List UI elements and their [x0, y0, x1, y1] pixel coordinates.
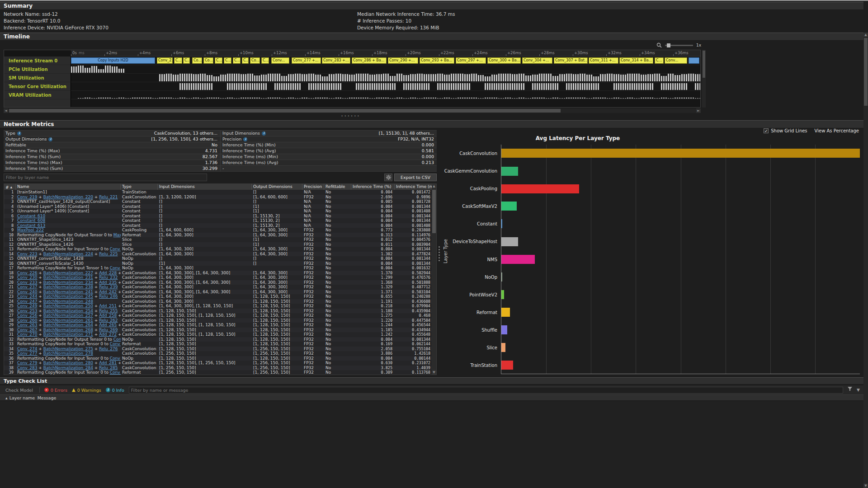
layer-link[interactable]: BatchNormalization_275	[43, 347, 93, 351]
layer-link[interactable]: Conv_270	[17, 332, 38, 337]
timeline-segment[interactable]: C...	[233, 57, 241, 64]
timeline-vertical-scrollbar[interactable]	[702, 50, 706, 108]
layer-link[interactable]: BatchNormalization_271	[43, 332, 93, 337]
layer-link[interactable]: Add_251	[99, 304, 117, 308]
layer-link[interactable]: Add_242	[99, 290, 117, 294]
timeline-row-label[interactable]: PCIe Utilization	[4, 65, 71, 74]
timeline-segment[interactable]: Conv_300 + Ba...	[487, 57, 521, 64]
layer-link[interactable]: BatchNormalization_245	[43, 294, 93, 299]
layer-link[interactable]: BatchNormalization_264	[43, 323, 93, 327]
scrollbar-thumb[interactable]	[432, 190, 436, 233]
layer-link[interactable]: BatchNormalization_254	[43, 309, 93, 313]
layer-link[interactable]: Conv_286	[110, 370, 121, 375]
layer-link[interactable]: Relu_269	[99, 328, 118, 332]
layer-link[interactable]: Conv_253	[17, 309, 38, 313]
layer-link[interactable]: Conv_279	[110, 356, 121, 361]
timeline-horizontal-scrollbar[interactable]: ◄ ►	[4, 108, 701, 113]
timeline-segment[interactable]: Conv_277 +...	[292, 57, 321, 64]
layer-link[interactable]: Conv_274	[17, 347, 38, 351]
table-row[interactable]: 17Reformatting CopyNode for Input Tensor…	[4, 266, 432, 271]
table-row[interactable]: 18Conv_226 + BatchNormalization_227 + Ad…	[4, 271, 432, 276]
table-row[interactable]: 25Conv_249 + BatchNormalization_250 + Ad…	[4, 304, 432, 309]
timeline-segment[interactable]: Conv_311 +...	[589, 57, 618, 64]
layer-link[interactable]: Constant_613	[17, 223, 45, 228]
view-as-percentage-button[interactable]: View As Percentage	[815, 128, 859, 133]
layer-link[interactable]: Conv_247	[17, 299, 38, 304]
layer-link[interactable]: Relu_246	[99, 294, 118, 299]
layer-link[interactable]: Add_272	[99, 332, 117, 337]
layer-link[interactable]: MaxPoo...	[113, 233, 121, 237]
info-badge[interactable]: i0 Info	[106, 388, 124, 393]
layer-link[interactable]: Conv_223	[17, 252, 38, 256]
timeline-segment[interactable]: Copy Inputs H2D	[71, 57, 155, 64]
table-row[interactable]: 38Conv_283 + BatchNormalization_284 + Re…	[4, 366, 432, 371]
layer-link[interactable]: BatchNormalization_231	[43, 275, 93, 280]
layer-link[interactable]: Conv_279	[17, 361, 38, 365]
timeline-segment[interactable]: Conv_283 +...	[322, 57, 350, 64]
table-vertical-scrollbar[interactable]: ▲ ▼	[432, 184, 436, 375]
zoom-slider[interactable]	[665, 45, 693, 46]
table-row[interactable]: 6Constant_610Constant[][1, 15130, 2]N/AN…	[4, 214, 432, 219]
table-row[interactable]: 22Conv_240 + BatchNormalization_241 + Ad…	[4, 290, 432, 295]
layer-link[interactable]: Conv_244	[17, 294, 38, 299]
table-row[interactable]: 26Conv_253 + BatchNormalization_254 + Re…	[4, 309, 432, 314]
table-row[interactable]: 4(Unnamed Layer* 1406) [Constant]Constan…	[4, 204, 432, 209]
timeline-segment[interactable]: C...	[183, 57, 190, 64]
layer-link[interactable]: Conv_277	[17, 351, 38, 356]
layer-link[interactable]: Conv_256	[17, 313, 38, 318]
layer-link[interactable]: BatchNormalization_278	[43, 351, 93, 356]
layer-link[interactable]: BatchNormalization_284	[43, 366, 93, 370]
table-row[interactable]: 36Reformatting CopyNode for Input Tensor…	[4, 356, 432, 361]
table-row[interactable]: 31Conv_270 + BatchNormalization_271 + Ad…	[4, 332, 432, 337]
timeline-segment[interactable]: C...	[261, 57, 269, 64]
table-row[interactable]: 23Conv_244 + BatchNormalization_245 + Re…	[4, 294, 432, 299]
layer-link[interactable]: BatchNormalization_268	[43, 328, 93, 332]
layer-link[interactable]: Conv_223	[110, 247, 121, 251]
table-row[interactable]: 11ONNXTRT_ShapeSlice_1423Slice[][1]FP32N…	[4, 237, 432, 242]
layer-link[interactable]: Conv_260	[17, 318, 38, 323]
timeline-segment[interactable]	[689, 57, 699, 64]
timeline-segment[interactable]: Conv...	[665, 57, 687, 64]
timeline-segment[interactable]: C...	[655, 57, 664, 64]
column-header[interactable]: #▲	[4, 184, 16, 190]
table-row[interactable]: 32Reformatting CopyNode for Output Tenso…	[4, 337, 432, 342]
table-row[interactable]: 24Conv_247 + BatchNormalization_248CaskC…	[4, 299, 432, 304]
table-row[interactable]: 13Reformatting CopyNode for Input Tensor…	[4, 247, 432, 252]
layer-link[interactable]: BatchNormalization_227	[43, 271, 93, 275]
column-header[interactable]: Inference Time (ms)	[395, 184, 433, 190]
scroll-down-arrow[interactable]: ▼	[432, 370, 436, 375]
layer-link[interactable]: BatchNormalization_234	[43, 280, 93, 285]
layer-link[interactable]: Conv_226	[17, 271, 38, 275]
layer-link[interactable]: BatchNormalization_250	[43, 304, 93, 308]
scrollbar-thumb[interactable]	[864, 38, 868, 106]
column-header[interactable]: Refittable	[324, 184, 351, 190]
layer-link[interactable]: Relu_276	[99, 347, 118, 351]
table-row[interactable]: 3ONNXTRT_castHelper_1428_output[Constant…	[4, 199, 432, 204]
table-settings-button[interactable]	[384, 174, 392, 181]
layer-link[interactable]: Conv_226	[110, 266, 121, 270]
layer-link[interactable]: Conv_274	[110, 342, 121, 346]
scrollbar-thumb[interactable]	[9, 109, 561, 113]
timeline-segment[interactable]: C...	[215, 57, 222, 64]
layer-link[interactable]: BatchNormalization_241	[43, 290, 93, 294]
layer-link[interactable]: Add_258	[99, 313, 117, 318]
column-header[interactable]: Output Dimensions	[252, 184, 302, 190]
table-row[interactable]: 35Conv_277 + BatchNormalization_278CaskC…	[4, 351, 432, 356]
show-grid-lines-control[interactable]: ✓Show Grid Lines	[764, 128, 807, 133]
zoom-slider-thumb[interactable]	[667, 43, 670, 47]
layer-link[interactable]: Relu_232	[99, 275, 118, 280]
table-row[interactable]: 16ONNXTRT_convertToScalar_1430NoOp[1][]F…	[4, 261, 432, 266]
warnings-badge[interactable]: ▲0 Warnings	[72, 388, 101, 393]
info-icon[interactable]: i	[48, 137, 52, 141]
layer-link[interactable]: Add_265	[99, 323, 117, 327]
timeline-segment[interactable]: Conv_314 + Ba...	[619, 57, 653, 64]
table-row[interactable]: 27Conv_256 + BatchNormalization_257 + Ad…	[4, 313, 432, 318]
table-row[interactable]: 7Constant_608Constant[][1, 15130, 2]N/AN…	[4, 218, 432, 223]
layer-filter-input[interactable]	[4, 174, 207, 181]
column-header-layer-name[interactable]: Layer name	[9, 395, 38, 400]
column-header[interactable]: Inference Time (%)	[351, 184, 395, 190]
layer-link[interactable]: BatchNormalization_224	[43, 252, 93, 256]
column-header-message[interactable]: Message	[38, 395, 57, 400]
table-row[interactable]: 29Conv_263 + BatchNormalization_264 + Ad…	[4, 323, 432, 328]
vertical-splitter-handle[interactable]	[438, 246, 440, 261]
